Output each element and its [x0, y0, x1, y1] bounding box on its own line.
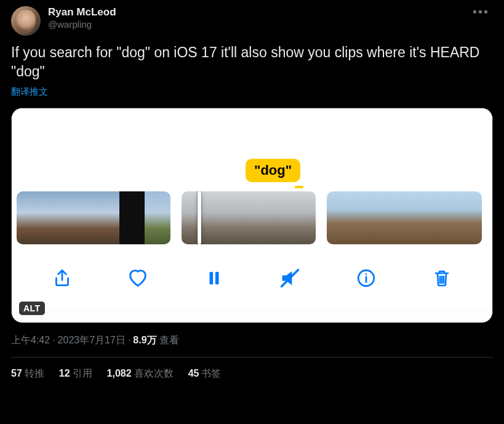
author-names[interactable]: Ryan McLeod @warpling [48, 6, 469, 31]
media-toolbar [12, 247, 492, 309]
stats-row: 57转推 12引用 1,082喜欢次数 45书签 [11, 358, 493, 380]
share-icon[interactable] [50, 266, 74, 290]
caption-bubble: "dog" [246, 159, 300, 182]
stat-retweets[interactable]: 57转推 [11, 367, 44, 380]
stat-likes[interactable]: 1,082喜欢次数 [107, 367, 174, 380]
thumbnail [378, 191, 404, 244]
thumbnail [119, 191, 145, 244]
thumbnail [145, 191, 170, 244]
timestamp-row: 上午4:42·2023年7月17日·8.9万 查看 [11, 334, 493, 347]
handle: @warpling [48, 18, 469, 31]
thumbnail [353, 191, 378, 244]
translate-link[interactable]: 翻译推文 [11, 86, 48, 98]
clip-group [182, 191, 316, 244]
svg-rect-0 [209, 272, 213, 285]
thumbnail [282, 191, 316, 244]
video-scrubber[interactable] [12, 188, 492, 247]
views-label: 查看 [159, 335, 179, 345]
thumbnail [327, 191, 353, 244]
more-icon[interactable]: ••• [469, 6, 493, 17]
clip-group [327, 191, 482, 244]
views-count: 8.9万 [133, 335, 156, 345]
thumbnail [17, 191, 42, 244]
thumbnail [404, 191, 430, 244]
stat-bookmarks[interactable]: 45书签 [188, 367, 222, 380]
display-name: Ryan McLeod [48, 6, 469, 18]
caption-area: "dog" [12, 108, 492, 188]
alt-badge[interactable]: ALT [19, 302, 45, 315]
trash-icon[interactable] [430, 266, 454, 290]
svg-point-5 [365, 273, 367, 275]
thumbnail [430, 191, 456, 244]
thumbnail [42, 191, 68, 244]
scrub-handle[interactable] [198, 191, 201, 244]
post-date[interactable]: 2023年7月17日 [58, 335, 126, 345]
info-icon[interactable] [354, 266, 378, 290]
post-time[interactable]: 上午4:42 [11, 335, 50, 345]
heart-icon[interactable] [126, 266, 150, 290]
tweet-text: If you search for "dog" on iOS 17 it'll … [11, 43, 493, 81]
media-card[interactable]: "dog" [11, 108, 493, 323]
tweet-header: Ryan McLeod @warpling ••• [11, 6, 493, 36]
thumbnail [456, 191, 482, 244]
thumbnail [94, 191, 119, 244]
thumbnail [249, 191, 282, 244]
thumbnail [68, 191, 94, 244]
svg-rect-1 [215, 272, 219, 285]
stat-quotes[interactable]: 12引用 [59, 367, 92, 380]
avatar[interactable] [11, 6, 41, 36]
mute-icon[interactable] [278, 266, 302, 290]
pause-icon[interactable] [202, 266, 226, 290]
thumbnail [215, 191, 249, 244]
clip-group [17, 191, 170, 244]
